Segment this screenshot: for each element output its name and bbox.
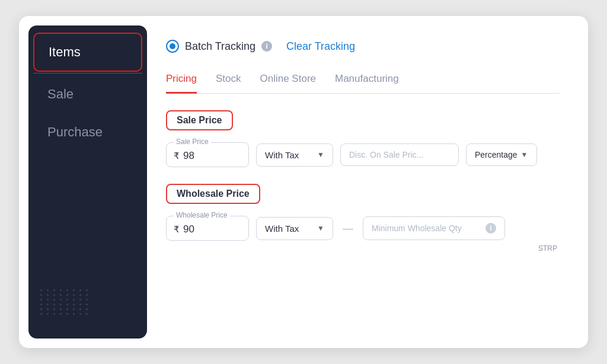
main-content: Batch Tracking i Clear Tracking Pricing … [147,25,579,339]
sale-price-value-wrapper: ₹ 98 [174,150,239,162]
decoration-dot [53,304,55,305]
sidebar: Items Sale Purchase [28,25,147,339]
decoration-dot [73,304,75,305]
decoration-dot [47,313,49,315]
sale-price-currency: ₹ [174,151,180,161]
decoration-dot [53,289,55,291]
batch-tracking-label: Batch Tracking [185,40,255,53]
decoration-dot [79,308,81,310]
main-card: Items Sale Purchase Batch Tracking i Cle… [19,16,588,348]
decoration-dot [73,299,75,301]
decoration-dot [73,308,75,310]
decoration-dot [47,304,49,305]
decoration-dot [53,294,55,296]
sale-price-section-label: Sale Price [166,110,233,130]
decoration-dot [79,313,81,315]
sale-price-row: Sale Price ₹ 98 With Tax ▼ Disc. On Sale… [166,142,560,167]
decoration-dot [40,299,42,301]
decoration-dot [60,313,62,315]
radio-inner-dot [170,43,175,49]
min-wholesale-qty-label: Minimum Wholesale Qty [372,223,462,233]
tab-online-store[interactable]: Online Store [260,67,317,94]
decoration-dot [73,313,75,315]
dash-connector: — [343,222,353,235]
decoration-dot [53,299,55,301]
min-wholesale-info-icon[interactable]: i [485,223,496,234]
disc-on-sale-field[interactable]: Disc. On Sale Pric... [340,143,459,166]
strp-text: STRP [166,244,560,253]
decoration-dot [79,299,81,301]
batch-tracking-radio[interactable] [166,40,179,53]
sale-price-number: 98 [183,150,194,162]
tab-manufacturing[interactable]: Manufacturing [335,67,399,94]
wholesale-price-row: Wholesale Price ₹ 90 With Tax ▼ — Minimu… [166,216,560,241]
batch-tracking-info-icon[interactable]: i [261,41,272,52]
disc-on-sale-placeholder: Disc. On Sale Pric... [349,150,423,159]
sale-price-with-tax-label: With Tax [265,150,299,160]
percentage-chevron: ▼ [521,151,528,159]
decoration-dot [40,294,42,296]
decoration-dot [86,289,88,291]
min-wholesale-qty-field[interactable]: Minimum Wholesale Qty i [363,216,505,240]
tabs-bar: Pricing Stock Online Store Manufacturing [166,67,560,94]
decoration-dot [79,289,81,291]
decoration-dot [60,308,62,310]
decoration-dot [66,313,68,315]
decoration-dot [66,294,68,296]
decoration-dot [60,304,62,305]
decoration-dot [60,299,62,301]
tab-stock[interactable]: Stock [216,67,241,94]
wholesale-price-currency: ₹ [174,224,180,235]
sale-price-field[interactable]: Sale Price ₹ 98 [166,142,249,167]
decoration-dot [47,294,49,296]
decoration-dot [86,313,88,315]
decoration-dot [73,294,75,296]
wholesale-with-tax-label: With Tax [265,223,299,234]
percentage-dropdown[interactable]: Percentage ▼ [466,143,537,166]
decoration-dot [53,313,55,315]
decoration-dot [79,294,81,296]
decoration-dot [66,308,68,310]
decoration-dot [53,308,55,310]
decoration-dot [66,299,68,301]
batch-tracking-radio-wrapper[interactable]: Batch Tracking i [166,40,272,53]
decoration-dot [66,304,68,305]
sale-price-with-tax-chevron: ▼ [317,151,324,159]
decoration-dot [86,304,88,305]
decoration-dot [40,308,42,310]
wholesale-price-section: Wholesale Price Wholesale Price ₹ 90 Wit… [166,184,560,253]
sidebar-item-items[interactable]: Items [33,33,142,72]
wholesale-price-field[interactable]: Wholesale Price ₹ 90 [166,216,249,241]
wholesale-price-number: 90 [183,223,194,235]
sale-price-with-tax-dropdown[interactable]: With Tax ▼ [256,143,333,167]
decoration-dot [40,289,42,291]
decoration-dot [86,308,88,310]
decoration-dot [47,289,49,291]
wholesale-price-value-wrapper: ₹ 90 [174,223,239,235]
tab-pricing[interactable]: Pricing [166,67,197,94]
decoration-dot [66,289,68,291]
decoration-dot [86,299,88,301]
decoration-dot [47,308,49,310]
tracking-bar: Batch Tracking i Clear Tracking [166,40,560,53]
sidebar-divider [33,73,142,74]
sale-price-section: Sale Price Sale Price ₹ 98 With Tax ▼ Di… [166,110,560,167]
decoration-dot [40,313,42,315]
sale-price-field-label: Sale Price [174,138,211,146]
decoration-dot [60,289,62,291]
decoration-dot [79,304,81,305]
wholesale-price-field-label: Wholesale Price [174,211,230,219]
clear-tracking-button[interactable]: Clear Tracking [286,40,355,53]
decoration-dot [40,304,42,305]
decoration-dot [47,299,49,301]
decoration-dot [86,294,88,296]
percentage-label: Percentage [475,150,517,159]
wholesale-price-with-tax-dropdown[interactable]: With Tax ▼ [256,217,333,240]
decoration-dot [60,294,62,296]
wholesale-with-tax-chevron: ▼ [317,224,324,232]
sidebar-item-purchase[interactable]: Purchase [33,114,142,151]
dot-grid-decoration [40,289,90,315]
sidebar-item-sale[interactable]: Sale [33,76,142,113]
decoration-dot [73,289,75,291]
wholesale-price-section-label: Wholesale Price [166,184,260,204]
